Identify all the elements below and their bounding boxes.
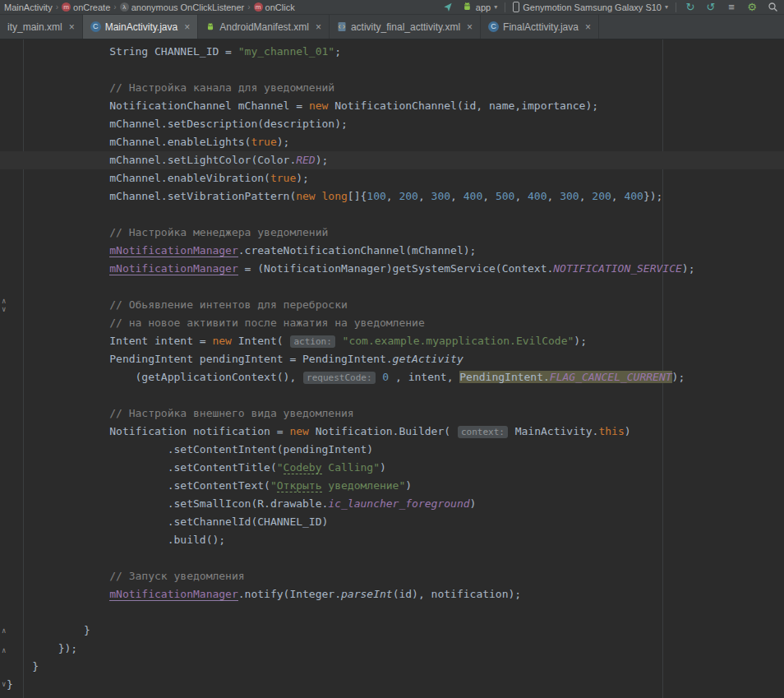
code-line[interactable]: mNotificationManager.createNotificationC… (0, 242, 784, 260)
code-line[interactable]: Intent intent = new Intent( action: "com… (0, 332, 784, 350)
code-line[interactable] (0, 61, 784, 79)
navigate-back-icon[interactable] (441, 1, 454, 14)
code-line[interactable]: // Настройка менеджера уведомлений (0, 224, 784, 242)
code-token: ) (405, 479, 412, 492)
code-token: } (84, 624, 90, 636)
code-line[interactable]: }); (0, 640, 784, 658)
code-token: , (482, 190, 496, 202)
code-token: , (418, 190, 431, 202)
breadcrumb-item[interactable]: MainActivity (2, 2, 55, 12)
editor-tab[interactable]: CFinalActtivity.java× (481, 15, 599, 39)
device-dropdown[interactable]: Genymotion Samsung Galaxy S10 ▾ (513, 2, 668, 12)
code-token: RED (296, 154, 315, 166)
code-line[interactable]: mNotificationManager = (NotificationMana… (0, 260, 784, 278)
code-token: 100 (367, 190, 385, 202)
code-token: 200 (592, 190, 611, 202)
breadcrumb-label: onCreate (73, 2, 110, 12)
editor-tab[interactable]: activity_final_acttivity.xml× (330, 15, 481, 39)
code-line[interactable] (0, 278, 784, 296)
code-token: long (322, 190, 348, 202)
code-line[interactable]: // Обьявление интентов для переброски (0, 296, 784, 314)
chevron-down-icon: ▾ (494, 3, 497, 11)
code-token (316, 190, 322, 202)
code-line[interactable]: // на новое активити после нажатия на ув… (0, 314, 784, 332)
code-line[interactable]: mChannel.enableVibration(true); (0, 169, 784, 187)
code-line[interactable]: .setContentTitle("Codeby Calling") (0, 459, 784, 477)
list-icon[interactable]: ≡ (725, 1, 738, 14)
editor-tab[interactable]: AndroidManifest.xml× (198, 15, 330, 39)
code-line[interactable]: NotificationChannel mChannel = new Notif… (0, 97, 784, 115)
method-icon: m (254, 2, 263, 12)
restart-activity-icon[interactable]: ↺ (704, 1, 717, 14)
breadcrumb-item[interactable]: λanonymous OnClickListener (118, 2, 247, 12)
code-token: ); (316, 154, 329, 166)
code-line[interactable]: .setContentIntent(pendingIntent) (0, 441, 784, 459)
code-token: }); (58, 642, 77, 654)
device-label: Genymotion Samsung Galaxy S10 (523, 2, 662, 12)
code-token: // Настройка менеджера уведомлений (109, 226, 328, 238)
editor-tab[interactable]: ity_main.xml× (0, 15, 83, 39)
editor-tabs: ity_main.xml×CMainActivity.java×AndroidM… (0, 15, 784, 39)
code-token: PendingIntent. (459, 371, 550, 383)
breadcrumb-item[interactable]: monCreate (59, 2, 113, 12)
close-icon[interactable]: × (184, 21, 190, 33)
code-line[interactable]: mNotificationManager.notify(Integer.pars… (0, 585, 784, 603)
breadcrumb-label: MainActivity (4, 2, 53, 12)
code-token: Codeby (284, 461, 322, 474)
code-line[interactable]: } (0, 676, 784, 694)
code-token: NotificationChannel mChannel = (109, 99, 309, 112)
code-line[interactable]: String CHANNEL_ID = "my_channel_01"; (0, 43, 784, 61)
code-line[interactable]: mChannel.setLightColor(Color.RED); (0, 151, 784, 169)
tab-label: FinalActtivity.java (503, 21, 579, 33)
code-line[interactable]: .setContentText("Открыть уведомление") (0, 477, 784, 495)
code-line[interactable]: .build(); (0, 531, 784, 549)
code-token: new (309, 99, 328, 112)
code-token: FLAG_CANCEL_CURRENT (550, 371, 672, 383)
code-token: .setContentText( (168, 479, 270, 492)
code-line[interactable]: Notification notification = new Notifica… (0, 423, 784, 441)
code-token: context: (458, 426, 508, 438)
close-icon[interactable]: × (467, 21, 473, 33)
code-line[interactable]: .setSmallIcon(R.drawable.ic_launcher_for… (0, 495, 784, 513)
run-configuration-dropdown[interactable]: app ▾ (462, 2, 497, 12)
code-line[interactable] (0, 386, 784, 404)
code-editor[interactable]: ∧∨∧∧∨ String CHANNEL_ID = "my_channel_01… (0, 39, 784, 698)
code-area[interactable]: String CHANNEL_ID = "my_channel_01"; // … (0, 39, 784, 694)
code-token: requestCode: (303, 372, 375, 384)
phone-icon (513, 2, 519, 12)
search-icon[interactable] (766, 1, 779, 14)
java-class-icon: C (488, 21, 499, 32)
close-icon[interactable]: × (316, 21, 321, 33)
code-line[interactable] (0, 549, 784, 567)
breadcrumb-item[interactable]: monClick (251, 2, 297, 12)
breadcrumb-label: onClick (265, 2, 295, 12)
code-line[interactable]: mChannel.enableLights(true); (0, 133, 784, 151)
code-line[interactable]: } (0, 622, 784, 640)
code-line[interactable]: mChannel.setVibrationPattern(new long[]{… (0, 187, 784, 206)
code-line[interactable]: .setChannelId(CHANNEL_ID) (0, 513, 784, 531)
code-line[interactable] (0, 206, 784, 224)
code-line[interactable]: PendingIntent pendingIntent = PendingInt… (0, 350, 784, 368)
code-token: action: (290, 335, 334, 348)
code-line[interactable]: (getApplicationContext(), requestCode: 0… (0, 368, 784, 386)
code-line[interactable]: } (0, 658, 784, 676)
code-token: ); (682, 262, 695, 275)
code-token: 400 (624, 190, 643, 202)
code-line[interactable]: // Настройка канала для уведомлений (0, 79, 784, 97)
code-line[interactable]: mChannel.setDescription(description); (0, 115, 784, 133)
code-line[interactable] (0, 603, 784, 622)
code-line[interactable]: // Запуск уведомления (0, 567, 784, 585)
code-line[interactable]: // Настройка внешнего вида уведомления (0, 404, 784, 423)
close-icon[interactable]: × (585, 21, 591, 33)
code-token: ) (470, 497, 477, 510)
sync-icon[interactable]: ↻ (684, 1, 697, 14)
code-token: , (579, 190, 593, 202)
code-token: , (514, 190, 528, 202)
code-token: ); (672, 371, 685, 383)
layout-file-icon (337, 21, 347, 32)
code-token: .createNotificationChannel(mChannel); (238, 244, 477, 257)
gear-icon[interactable]: ⚙ (745, 1, 759, 14)
code-token: mNotificationManager (109, 262, 238, 275)
close-icon[interactable]: × (69, 21, 75, 33)
editor-tab[interactable]: CMainActivity.java× (83, 15, 199, 39)
